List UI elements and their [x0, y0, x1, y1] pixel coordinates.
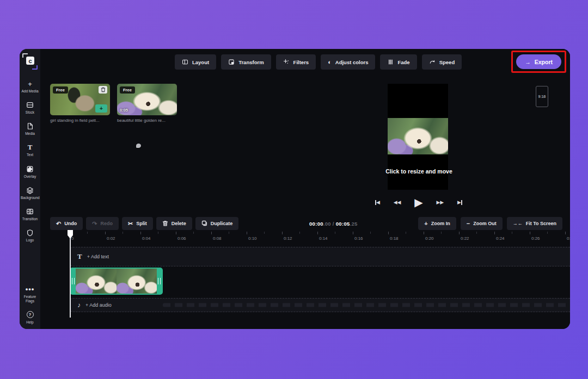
media-card-golden-retriever[interactable]: Free 0:05 beautiful little golden re...: [117, 84, 177, 123]
timeline-zoom-buttons: +Zoom In −Zoom Out →←Fit To Screen: [418, 217, 562, 230]
button-label: Delete: [171, 221, 186, 226]
sidebar-item-transition[interactable]: Transition: [20, 207, 40, 221]
timeline-ruler[interactable]: 0 0:02 0:04 0:06 0:08 0:10 0:12 0:14 0:1…: [70, 232, 570, 244]
filters-button[interactable]: Filters: [276, 54, 316, 70]
ruler-cell: 0:22: [459, 232, 494, 244]
ruler-cell: 0:16: [353, 232, 388, 244]
sparkle-icon: [283, 59, 290, 65]
sidebar-item-feature-flags[interactable]: ••• Feature Flags: [20, 285, 40, 303]
audio-track[interactable]: ♪ + Add audio: [70, 298, 570, 312]
media-title: girl standing in field pett...: [50, 118, 110, 123]
video-clip[interactable]: [70, 268, 163, 295]
split-button[interactable]: ✂Split: [122, 217, 153, 230]
zoom-out-button[interactable]: −Zoom Out: [461, 217, 503, 230]
duration-badge: 0:05: [120, 108, 128, 113]
plus-icon: +: [424, 220, 427, 227]
plus-icon: +: [26, 79, 34, 88]
layout-button[interactable]: Layout: [175, 54, 216, 70]
clip-trim-handle-right[interactable]: [157, 269, 162, 294]
ruler-cell: 0: [70, 232, 105, 244]
scissors-icon: ✂: [128, 220, 133, 227]
button-label: Duplicate: [211, 221, 233, 226]
media-icon: [26, 122, 34, 131]
play-button[interactable]: ▶: [414, 196, 422, 209]
sidebar-item-help[interactable]: ? Help: [20, 310, 40, 325]
stock-icon: [26, 101, 34, 109]
sidebar-item-add-media[interactable]: + Add Media: [20, 79, 40, 94]
sidebar-item-overlay[interactable]: Overlay: [20, 165, 40, 179]
duplicate-icon: [201, 220, 207, 227]
logo-letter: c: [26, 57, 34, 65]
sidebar-item-label: Transition: [22, 217, 38, 221]
delete-button[interactable]: Delete: [156, 217, 192, 230]
sidebar-item-background[interactable]: Background: [20, 186, 40, 200]
fit-to-screen-button[interactable]: →←Fit To Screen: [507, 217, 562, 230]
duplicate-button[interactable]: Duplicate: [195, 217, 239, 230]
time-current: 00:00: [309, 221, 323, 227]
free-badge: Free: [120, 86, 135, 94]
media-title: beautiful little golden re...: [117, 118, 177, 123]
resize-hint-text: Click to resize and move: [371, 168, 467, 175]
trash-icon[interactable]: [99, 86, 107, 94]
redo-button[interactable]: ↷Redo: [86, 217, 119, 230]
speed-button[interactable]: Speed: [422, 54, 462, 70]
clipchamp-logo-icon[interactable]: c: [22, 53, 38, 70]
layout-icon: [182, 59, 188, 65]
sidebar-item-text[interactable]: T Text: [20, 143, 40, 157]
transform-button[interactable]: Transform: [221, 54, 271, 70]
button-label: Transform: [238, 59, 264, 65]
add-text-label: + Add text: [87, 254, 109, 259]
button-label: Zoom In: [431, 221, 450, 226]
ruler-cell: 0:02: [105, 232, 140, 244]
playhead-line[interactable]: [70, 232, 71, 318]
button-label: Layout: [192, 59, 209, 65]
export-button[interactable]: → Export: [516, 54, 561, 69]
sidebar-item-label: Feature Flags: [21, 295, 39, 303]
dots-icon: •••: [26, 285, 34, 294]
add-to-timeline-button[interactable]: +: [95, 104, 107, 113]
timeline-edit-buttons: ↶Undo ↷Redo ✂Split Delete Duplicate: [50, 217, 238, 230]
sidebar-item-label: Stock: [26, 110, 34, 115]
fade-button[interactable]: Fade: [380, 54, 416, 70]
arrow-right-icon: →: [525, 59, 531, 65]
transport-controls: ◀ ◀◀ ▶ ▶▶ ▶: [375, 196, 462, 209]
text-icon: T: [77, 252, 82, 261]
preview-video-frame[interactable]: [388, 118, 448, 154]
play-icon: ▶: [414, 196, 422, 209]
ruler-cell: 0:06: [176, 232, 211, 244]
button-label: Redo: [100, 221, 113, 226]
sidebar-item-logo[interactable]: Logo: [20, 228, 40, 243]
fast-forward-icon: ▶▶: [436, 200, 444, 205]
shield-icon: [26, 228, 34, 237]
media-thumbnail[interactable]: Free 0:05: [117, 84, 177, 115]
sidebar-item-label: Logo: [26, 238, 34, 243]
zoom-in-button[interactable]: +Zoom In: [418, 217, 456, 230]
ruler-cell: 0:04: [140, 232, 176, 244]
skip-to-start-button[interactable]: ◀: [375, 200, 380, 205]
fast-forward-button[interactable]: ▶▶: [436, 200, 444, 205]
media-thumbnail[interactable]: Free +: [50, 84, 110, 115]
ruler-cell: 0:26: [530, 232, 565, 244]
top-toolbar: Layout Transform Filters ◐ Adjust colors…: [40, 49, 570, 75]
aspect-ratio-badge[interactable]: 9:16: [536, 86, 548, 107]
sidebar-item-stock[interactable]: Stock: [20, 101, 40, 115]
rewind-button[interactable]: ◀◀: [394, 200, 401, 205]
sidebar-item-media[interactable]: Media: [20, 122, 40, 136]
button-label: Undo: [64, 221, 77, 226]
skip-to-end-button[interactable]: ▶: [457, 200, 462, 205]
fit-arrows-icon: →←: [513, 221, 523, 226]
clip-trim-handle-left[interactable]: [71, 269, 76, 294]
button-label: Speed: [439, 59, 455, 65]
triangle-right-icon: ▶: [457, 200, 461, 205]
help-icon: ?: [26, 310, 34, 319]
media-card-girl-field[interactable]: Free + girl standing in field pett...: [50, 84, 110, 123]
media-panel: Free + girl standing in field pett... Fr…: [50, 84, 177, 123]
speed-gauge-icon: [429, 59, 436, 65]
transition-icon: [26, 207, 34, 216]
undo-button[interactable]: ↶Undo: [50, 217, 83, 230]
text-track[interactable]: T + Add text: [70, 247, 570, 266]
video-preview[interactable]: Click to resize and move: [388, 84, 448, 190]
time-separator: /: [331, 221, 336, 227]
adjust-colors-button[interactable]: ◐ Adjust colors: [321, 54, 375, 70]
background-icon: [26, 186, 34, 195]
